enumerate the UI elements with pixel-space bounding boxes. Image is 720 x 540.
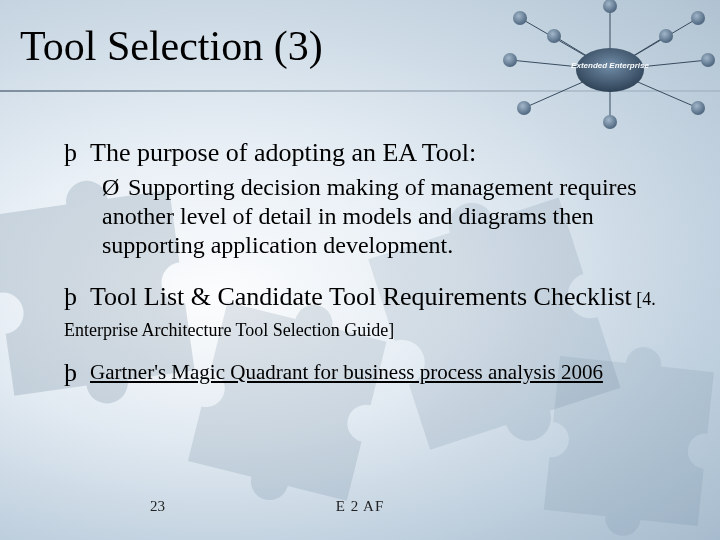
slide: Extended Enterprise Tool Selection (3) þ… bbox=[0, 0, 720, 540]
bullet-item-tool-list-main: Tool List & Candidate Tool Requirements … bbox=[90, 282, 632, 311]
svg-point-17 bbox=[691, 101, 705, 115]
svg-line-2 bbox=[610, 18, 698, 70]
svg-line-9 bbox=[610, 36, 666, 70]
svg-line-0 bbox=[520, 18, 610, 70]
bullet-item-purpose: þThe purpose of adopting an EA Tool: ØSu… bbox=[64, 138, 672, 260]
sub-bullet-supporting: ØSupporting decision making of managemen… bbox=[102, 173, 672, 261]
svg-point-14 bbox=[701, 53, 715, 67]
title-area: Tool Selection (3) bbox=[20, 22, 480, 70]
svg-line-5 bbox=[524, 70, 610, 108]
svg-line-3 bbox=[510, 60, 610, 70]
svg-point-16 bbox=[603, 115, 617, 129]
bullet-item-gartner: þGartner's Magic Quadrant for business p… bbox=[64, 358, 672, 389]
title-underline bbox=[0, 90, 720, 92]
page-number: 23 bbox=[150, 498, 165, 515]
svg-point-18 bbox=[547, 29, 561, 43]
checkbox-icon: þ bbox=[64, 358, 90, 389]
gartner-link[interactable]: Gartner's Magic Quadrant for business pr… bbox=[90, 360, 603, 384]
slide-body: þThe purpose of adopting an EA Tool: ØSu… bbox=[64, 138, 672, 394]
bullet-item-tool-list: þTool List & Candidate Tool Requirements… bbox=[64, 282, 672, 343]
sub-bullet-supporting-text: Supporting decision making of management… bbox=[102, 174, 637, 259]
arrow-icon: Ø bbox=[102, 173, 128, 202]
svg-line-7 bbox=[610, 70, 698, 108]
svg-point-10 bbox=[513, 11, 527, 25]
checkbox-icon: þ bbox=[64, 282, 90, 313]
slide-footer: 23 E 2 AF bbox=[0, 498, 720, 522]
svg-point-15 bbox=[517, 101, 531, 115]
svg-point-20 bbox=[576, 48, 644, 92]
diagram-center-label: Extended Enterprise bbox=[571, 61, 649, 70]
footer-program: E 2 AF bbox=[336, 498, 385, 515]
svg-line-8 bbox=[554, 36, 610, 70]
svg-point-13 bbox=[503, 53, 517, 67]
slide-title: Tool Selection (3) bbox=[20, 22, 480, 70]
svg-point-11 bbox=[603, 0, 617, 13]
svg-line-4 bbox=[610, 60, 708, 70]
checkbox-icon: þ bbox=[64, 138, 90, 169]
bullet-item-purpose-text: The purpose of adopting an EA Tool: bbox=[90, 138, 476, 167]
svg-point-19 bbox=[659, 29, 673, 43]
svg-point-12 bbox=[691, 11, 705, 25]
extended-enterprise-diagram: Extended Enterprise bbox=[480, 0, 720, 130]
